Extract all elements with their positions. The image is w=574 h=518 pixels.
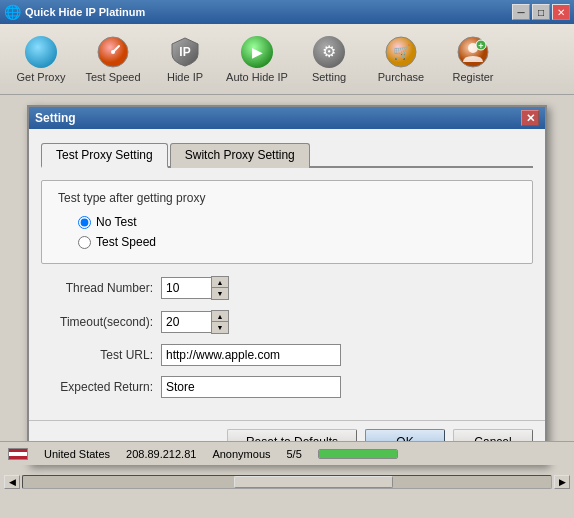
gear-icon: ⚙ bbox=[313, 36, 345, 68]
progress-fill bbox=[319, 450, 397, 458]
timeout-up[interactable]: ▲ bbox=[212, 311, 228, 322]
purchase-icon: 🛒 bbox=[385, 36, 417, 68]
test-type-section: Test type after getting proxy No Test Te… bbox=[41, 180, 533, 264]
thread-number-input[interactable] bbox=[161, 277, 211, 299]
globe-icon bbox=[25, 36, 57, 68]
section-title: Test type after getting proxy bbox=[58, 191, 516, 205]
test-url-row: Test URL: bbox=[41, 344, 533, 366]
svg-text:+: + bbox=[478, 41, 483, 51]
thread-number-down[interactable]: ▼ bbox=[212, 288, 228, 299]
timeout-spinners: ▲ ▼ bbox=[211, 310, 229, 334]
setting-dialog: Setting ✕ Test Proxy Setting Switch Prox… bbox=[27, 105, 547, 465]
timeout-spin: ▲ ▼ bbox=[161, 310, 229, 334]
auto-hide-ip-button[interactable]: ▶ Auto Hide IP bbox=[222, 28, 292, 90]
radio-group: No Test Test Speed bbox=[78, 215, 516, 249]
speed-icon bbox=[97, 36, 129, 68]
expected-return-row: Expected Return: bbox=[41, 376, 533, 398]
dialog-body: Test Proxy Setting Switch Proxy Setting … bbox=[29, 129, 545, 420]
test-speed-button[interactable]: Test Speed bbox=[78, 28, 148, 90]
no-test-radio-row: No Test bbox=[78, 215, 516, 229]
test-speed-label: Test Speed bbox=[96, 235, 156, 249]
thread-number-up[interactable]: ▲ bbox=[212, 277, 228, 288]
play-icon: ▶ bbox=[241, 36, 273, 68]
dialog-title: Setting bbox=[35, 111, 76, 125]
close-button[interactable]: ✕ bbox=[552, 4, 570, 20]
expected-return-label: Expected Return: bbox=[41, 380, 161, 394]
tab-test-proxy[interactable]: Test Proxy Setting bbox=[41, 143, 168, 168]
title-bar: 🌐 Quick Hide IP Platinum ─ □ ✕ bbox=[0, 0, 574, 24]
no-test-radio[interactable] bbox=[78, 216, 91, 229]
main-content: Setting ✕ Test Proxy Setting Switch Prox… bbox=[0, 95, 574, 495]
app-icon: 🌐 bbox=[4, 4, 21, 20]
auto-hide-ip-label: Auto Hide IP bbox=[226, 71, 288, 83]
test-speed-radio-row: Test Speed bbox=[78, 235, 516, 249]
test-url-input[interactable] bbox=[161, 344, 341, 366]
scroll-right-button[interactable]: ▶ bbox=[554, 475, 570, 489]
title-bar-left: 🌐 Quick Hide IP Platinum bbox=[4, 4, 145, 20]
get-proxy-button[interactable]: Get Proxy bbox=[6, 28, 76, 90]
app-title: Quick Hide IP Platinum bbox=[25, 6, 145, 18]
hide-ip-button[interactable]: IP Hide IP bbox=[150, 28, 220, 90]
dialog-close-button[interactable]: ✕ bbox=[521, 110, 539, 126]
status-bar: United States 208.89.212.81 Anonymous 5/… bbox=[0, 441, 574, 465]
no-test-label: No Test bbox=[96, 215, 136, 229]
title-bar-controls: ─ □ ✕ bbox=[512, 4, 570, 20]
country-name: United States bbox=[44, 448, 110, 460]
scroll-thumb[interactable] bbox=[234, 476, 392, 488]
hide-ip-label: Hide IP bbox=[167, 71, 203, 83]
get-proxy-label: Get Proxy bbox=[17, 71, 66, 83]
test-url-label: Test URL: bbox=[41, 348, 161, 362]
test-speed-label: Test Speed bbox=[85, 71, 140, 83]
register-label: Register bbox=[453, 71, 494, 83]
timeout-label: Timeout(second): bbox=[41, 315, 161, 329]
register-icon: + bbox=[457, 36, 489, 68]
proxy-count: 5/5 bbox=[287, 448, 302, 460]
svg-text:IP: IP bbox=[179, 45, 190, 59]
anonymity-type: Anonymous bbox=[212, 448, 270, 460]
expected-return-input[interactable] bbox=[161, 376, 341, 398]
maximize-button[interactable]: □ bbox=[532, 4, 550, 20]
scroll-left-button[interactable]: ◀ bbox=[4, 475, 20, 489]
setting-button[interactable]: ⚙ Setting bbox=[294, 28, 364, 90]
svg-text:🛒: 🛒 bbox=[393, 44, 411, 61]
thread-number-row: Thread Number: ▲ ▼ bbox=[41, 276, 533, 300]
purchase-button[interactable]: 🛒 Purchase bbox=[366, 28, 436, 90]
thread-number-label: Thread Number: bbox=[41, 281, 161, 295]
thread-number-spinners: ▲ ▼ bbox=[211, 276, 229, 300]
test-speed-radio[interactable] bbox=[78, 236, 91, 249]
main-toolbar: Get Proxy Test Speed IP Hide IP ▶ Auto H… bbox=[0, 24, 574, 95]
purchase-label: Purchase bbox=[378, 71, 424, 83]
shield-icon: IP bbox=[169, 36, 201, 68]
timeout-row: Timeout(second): ▲ ▼ bbox=[41, 310, 533, 334]
progress-bar bbox=[318, 449, 398, 459]
minimize-button[interactable]: ─ bbox=[512, 4, 530, 20]
dialog-title-bar: Setting ✕ bbox=[29, 107, 545, 129]
svg-point-2 bbox=[111, 50, 115, 54]
setting-label: Setting bbox=[312, 71, 346, 83]
scroll-track[interactable] bbox=[22, 475, 552, 489]
dialog-overlay: Setting ✕ Test Proxy Setting Switch Prox… bbox=[0, 95, 574, 495]
ip-address: 208.89.212.81 bbox=[126, 448, 196, 460]
bottom-scrollbar: ◀ ▶ bbox=[0, 475, 574, 489]
timeout-down[interactable]: ▼ bbox=[212, 322, 228, 333]
tab-bar: Test Proxy Setting Switch Proxy Setting bbox=[41, 141, 533, 168]
tab-switch-proxy[interactable]: Switch Proxy Setting bbox=[170, 143, 310, 168]
thread-number-spin: ▲ ▼ bbox=[161, 276, 229, 300]
country-flag bbox=[8, 448, 28, 460]
register-button[interactable]: + Register bbox=[438, 28, 508, 90]
timeout-input[interactable] bbox=[161, 311, 211, 333]
